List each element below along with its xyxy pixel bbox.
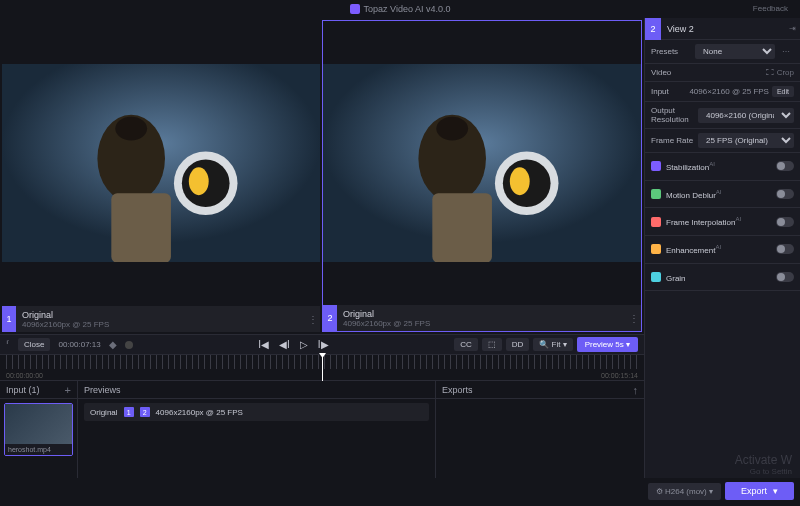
preview-image-2 bbox=[323, 21, 641, 305]
record-icon[interactable] bbox=[125, 341, 133, 349]
enhance-toggle[interactable] bbox=[776, 189, 794, 199]
enhance-item-grain[interactable]: Grain bbox=[645, 264, 800, 292]
svg-point-2 bbox=[115, 116, 147, 140]
export-button[interactable]: Export ▾ bbox=[725, 482, 794, 500]
exports-panel-title: Exports bbox=[442, 385, 473, 395]
thumbnail-image bbox=[5, 404, 73, 444]
enhance-toggle[interactable] bbox=[776, 217, 794, 227]
view-mode-split-button[interactable]: ⬚ bbox=[482, 338, 502, 351]
feedback-button[interactable]: Feedback bbox=[747, 2, 794, 15]
presets-more-icon[interactable]: ⋯ bbox=[778, 47, 794, 56]
preview-row-label: Original bbox=[90, 408, 118, 417]
timeline-end-time: 00:00:15:14 bbox=[601, 372, 638, 379]
enhance-item-stabilization[interactable]: StabilizationAI bbox=[645, 153, 800, 181]
preview-2-more-icon[interactable]: ⋮ bbox=[627, 313, 641, 324]
preview-list-row[interactable]: Original 1 2 4096x2160px @ 25 FPS bbox=[84, 403, 429, 421]
exports-sort-icon[interactable]: ↑ bbox=[633, 384, 639, 396]
preview-row-meta: 4096x2160px @ 25 FPS bbox=[156, 408, 243, 417]
preview-2-badge: 2 bbox=[323, 305, 337, 331]
next-frame-icon[interactable]: I▶ bbox=[318, 339, 329, 350]
edit-input-button[interactable]: Edit bbox=[772, 86, 794, 97]
enhance-icon bbox=[651, 189, 661, 199]
preview-row-badge-1: 1 bbox=[124, 407, 134, 417]
timeline-ruler[interactable]: 00:00:00:00 00:00:15:14 bbox=[0, 354, 644, 380]
marker-icon[interactable]: ◆ bbox=[109, 339, 117, 350]
framerate-label: Frame Rate bbox=[651, 136, 693, 145]
prev-frame-icon[interactable]: ◀I bbox=[279, 339, 290, 350]
preview-2-meta: 4096x2160px @ 25 FPS bbox=[343, 319, 621, 328]
presets-select[interactable]: None bbox=[695, 44, 775, 59]
preview-image-1 bbox=[2, 20, 320, 306]
chevron-down-icon: ▾ bbox=[773, 486, 778, 496]
enhance-label: Grain bbox=[666, 272, 686, 283]
app-logo-icon bbox=[350, 4, 360, 14]
view-mode-dd-button[interactable]: DD bbox=[506, 338, 530, 351]
enhance-label: StabilizationAI bbox=[666, 161, 715, 172]
input-res-label: Input bbox=[651, 87, 669, 96]
video-section-label: Video bbox=[651, 68, 671, 77]
crop-button[interactable]: ⛶ Crop bbox=[766, 68, 794, 77]
preview-1-badge: 1 bbox=[2, 306, 16, 332]
enhance-toggle[interactable] bbox=[776, 161, 794, 171]
enhance-toggle[interactable] bbox=[776, 244, 794, 254]
svg-point-13 bbox=[510, 167, 530, 195]
enhance-item-frame-interpolation[interactable]: Frame InterpolationAI bbox=[645, 208, 800, 236]
preview-pane-2[interactable]: 2 Original 4096x2160px @ 25 FPS ⋮ bbox=[322, 20, 642, 332]
svg-rect-3 bbox=[111, 193, 171, 263]
enhance-icon bbox=[651, 217, 661, 227]
previews-panel-title: Previews bbox=[84, 385, 121, 395]
preview-render-button[interactable]: Preview 5s ▾ bbox=[577, 337, 638, 352]
os-watermark: Activate W Go to Settin bbox=[735, 453, 792, 476]
enhance-item-motion-deblur[interactable]: Motion DeblurAI bbox=[645, 181, 800, 209]
presets-label: Presets bbox=[651, 47, 678, 56]
enhance-icon bbox=[651, 161, 661, 171]
svg-point-9 bbox=[436, 116, 468, 140]
enhance-label: EnhancementAI bbox=[666, 244, 721, 255]
enhance-label: Frame InterpolationAI bbox=[666, 216, 741, 227]
output-res-label: Output Resolution bbox=[651, 106, 698, 124]
enhance-label: Motion DeblurAI bbox=[666, 189, 721, 200]
preview-1-more-icon[interactable]: ⋮ bbox=[306, 314, 320, 325]
preview-row-badge-2: 2 bbox=[140, 407, 150, 417]
export-codec-select[interactable]: ⚙ H264 (mov) ▾ bbox=[648, 483, 721, 500]
trim-in-icon[interactable]: ⸢ bbox=[6, 339, 10, 350]
input-res-value: 4096×2160 @ 25 FPS bbox=[689, 87, 769, 96]
enhance-item-enhancement[interactable]: EnhancementAI bbox=[645, 236, 800, 264]
enhance-toggle[interactable] bbox=[776, 272, 794, 282]
preview-2-name: Original bbox=[343, 309, 621, 319]
svg-point-6 bbox=[189, 167, 209, 195]
playhead[interactable] bbox=[322, 355, 323, 381]
output-res-select[interactable]: 4096×2160 (Original) bbox=[698, 108, 794, 123]
zoom-fit-button[interactable]: 🔍 Fit ▾ bbox=[533, 338, 572, 351]
input-panel-title: Input (1) bbox=[6, 385, 40, 395]
view-mode-cc-button[interactable]: CC bbox=[454, 338, 478, 351]
sidebar-view-title: View 2 bbox=[661, 24, 784, 34]
thumbnail-filename: heroshot.mp4 bbox=[5, 444, 72, 455]
timeline-start-time: 00:00:00:00 bbox=[6, 372, 43, 379]
sidebar-view-badge: 2 bbox=[645, 18, 661, 40]
enhance-icon bbox=[651, 244, 661, 254]
close-trim-button[interactable]: Close bbox=[18, 338, 50, 351]
skip-start-icon[interactable]: I◀ bbox=[258, 339, 269, 350]
zoom-icon: 🔍 bbox=[539, 340, 549, 349]
timeline-current-time: 00:00:07:13 bbox=[58, 340, 100, 349]
enhance-icon bbox=[651, 272, 661, 282]
add-input-button[interactable]: + bbox=[65, 384, 71, 396]
app-title: Topaz Video AI v4.0.0 bbox=[350, 4, 451, 14]
framerate-select[interactable]: 25 FPS (Original) bbox=[698, 133, 794, 148]
svg-rect-10 bbox=[432, 193, 492, 263]
play-icon[interactable]: ▷ bbox=[300, 339, 308, 350]
sidebar-collapse-icon[interactable]: ⇥ bbox=[784, 24, 800, 33]
preview-pane-1[interactable]: 1 Original 4096x2160px @ 25 FPS ⋮ bbox=[2, 20, 320, 332]
input-thumbnail[interactable]: heroshot.mp4 bbox=[4, 403, 73, 456]
preview-1-meta: 4096x2160px @ 25 FPS bbox=[22, 320, 300, 329]
preview-1-name: Original bbox=[22, 310, 300, 320]
